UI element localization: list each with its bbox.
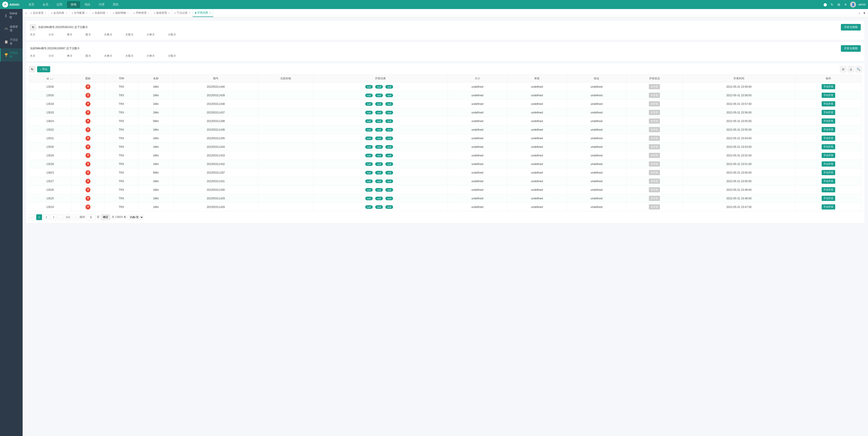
tab-config[interactable]: 分号配置 × xyxy=(69,9,90,17)
close-icon[interactable]: ✕ xyxy=(843,2,848,7)
cell-price xyxy=(258,117,313,126)
cell-result: null+null+null ... xyxy=(313,82,447,91)
manual-open-btn[interactable]: 手动开奖 xyxy=(822,178,835,184)
nav-system[interactable]: 系统 xyxy=(109,1,122,8)
tab-game-manage[interactable]: 游戏管理 × xyxy=(152,9,172,17)
manual-open-btn[interactable]: 手动开奖 xyxy=(822,127,835,132)
tab-home[interactable]: 后台首页 × xyxy=(28,9,49,17)
table-refresh-btn[interactable]: ↻ xyxy=(29,66,35,72)
sidebar-item-currency[interactable]: ₿ 币种管理 xyxy=(0,9,23,22)
tab-left-arrow[interactable]: ‹ xyxy=(24,11,28,15)
cell-time: 2022-05-31 23:49:00 xyxy=(683,186,796,194)
result-tag: null xyxy=(365,197,373,200)
cell-name: 1Min xyxy=(138,91,174,100)
manual-open-btn[interactable]: 手动开奖 xyxy=(822,196,835,201)
tab-close[interactable]: × xyxy=(210,11,211,14)
manual-open-btn[interactable]: 手动开奖 xyxy=(822,84,835,89)
cell-single-double: undefined xyxy=(507,82,567,91)
tag-separator: + xyxy=(383,171,385,174)
cell-id: 13526 xyxy=(29,186,71,194)
nav-member[interactable]: 会员 xyxy=(39,1,52,8)
sidebar-item-bet[interactable]: 📋 下注记录 xyxy=(0,35,23,48)
tab-currency[interactable]: 币种管理 × xyxy=(131,9,152,17)
refresh-1min-btn[interactable]: ↻ xyxy=(30,24,36,31)
refresh-icon[interactable]: ↻ xyxy=(830,2,834,7)
tab-bet-record[interactable]: 下注记录 × xyxy=(172,9,193,17)
cell-action: 手动开奖 xyxy=(796,160,862,168)
cell-big-small: undefined xyxy=(447,108,507,117)
tab-close[interactable]: × xyxy=(107,12,108,14)
status-btn: 未开奖 xyxy=(649,178,660,184)
page-btn-1[interactable]: 1 xyxy=(36,214,42,220)
cell-status: 未开奖 xyxy=(626,82,683,91)
tab-close[interactable]: × xyxy=(168,12,169,14)
cell-name: 1Min xyxy=(138,143,174,151)
nav-home[interactable]: 首页 xyxy=(25,1,38,8)
table-row: 13528₮TRX1Min202205311432null+null+null … xyxy=(29,160,862,168)
nav-address[interactable]: 地址 xyxy=(81,1,94,8)
manual-open-btn[interactable]: 手动开奖 xyxy=(822,161,835,167)
nav-operation[interactable]: 运营 xyxy=(53,1,66,8)
page-btn-922[interactable]: 922 xyxy=(65,214,71,220)
export-icon: ↓ xyxy=(40,68,41,71)
tag-ellipsis: ... xyxy=(394,120,396,123)
manual-open-btn[interactable]: 手动开奖 xyxy=(822,93,835,98)
page-jump-input[interactable] xyxy=(86,214,95,220)
cell-coin: TRX xyxy=(105,160,138,168)
cell-result: null+null+null ... xyxy=(313,91,447,100)
manual-open-btn[interactable]: 手动开奖 xyxy=(822,170,835,175)
toolbar-right: ⊞ 🖨 🔍 xyxy=(840,66,862,72)
username: admin xyxy=(858,3,866,6)
prev-page-btn[interactable]: ‹ xyxy=(29,214,35,220)
next-page-btn[interactable]: › xyxy=(72,214,78,220)
tab-transfer[interactable]: 划转明细 × xyxy=(111,9,131,17)
tab-close[interactable]: × xyxy=(86,12,88,14)
tab-recharge[interactable]: 充值列表 × xyxy=(90,9,111,17)
grid-icon[interactable]: ⊞ xyxy=(837,2,841,7)
tab-down-arrow[interactable]: ▾ xyxy=(862,11,867,15)
tab-close[interactable]: × xyxy=(127,12,129,14)
column-settings-btn[interactable]: ⊞ xyxy=(840,66,846,72)
manual-open-btn[interactable]: 手动开奖 xyxy=(822,204,835,209)
page-btn-3[interactable]: 3 xyxy=(51,214,57,220)
page-confirm-btn[interactable]: 确定 xyxy=(101,214,111,220)
result-tag: null xyxy=(365,102,373,106)
manual-open-btn[interactable]: 手动开奖 xyxy=(822,110,835,115)
tab-right-arrow[interactable]: › xyxy=(857,11,862,15)
cell-name: 1Min xyxy=(138,151,174,160)
result-tag: null xyxy=(375,197,383,200)
cell-id: 13534 xyxy=(29,100,71,108)
tab-close[interactable]: × xyxy=(45,12,46,14)
tab-close[interactable]: × xyxy=(66,12,67,14)
col-id[interactable]: id ▲▼ xyxy=(29,75,71,82)
cell-icon: ₮ xyxy=(71,168,104,177)
table-row: 13525₮TRX1Min202205311429null+null+null … xyxy=(29,194,862,203)
nav-game[interactable]: 游戏 xyxy=(67,1,80,8)
export-btn[interactable]: ↓ 导出 xyxy=(37,66,50,72)
page-size-select[interactable]: 15条/页 20条/页 50条/页 xyxy=(128,215,144,220)
manual-open-btn[interactable]: 手动开奖 xyxy=(822,101,835,106)
tab-lottery-result[interactable]: 开奖结果 × xyxy=(193,9,213,17)
result-tag: null xyxy=(375,85,383,89)
cell-action: 手动开奖 xyxy=(796,108,862,117)
tab-member[interactable]: 会员列表 × xyxy=(49,9,69,17)
open-5min-btn[interactable]: 开奖当期期 xyxy=(841,45,861,52)
manual-open-btn[interactable]: 手动开奖 xyxy=(822,119,835,124)
manual-open-btn[interactable]: 手动开奖 xyxy=(822,187,835,192)
page-btn-2[interactable]: 2 xyxy=(43,214,49,220)
tag-separator: + xyxy=(373,137,375,139)
manual-open-btn[interactable]: 手动开奖 xyxy=(822,153,835,158)
manual-open-btn[interactable]: 手动开奖 xyxy=(822,136,835,141)
sidebar-item-lottery[interactable]: 🏆 开奖结果 xyxy=(0,48,23,62)
open-1min-btn[interactable]: 开奖当期期 xyxy=(841,24,861,31)
cell-period: 202205311287 xyxy=(174,168,258,177)
cell-icon: ₮ xyxy=(71,117,104,126)
search-btn[interactable]: 🔍 xyxy=(855,66,862,72)
tab-close[interactable]: × xyxy=(189,12,190,14)
print-btn[interactable]: 🖨 xyxy=(848,66,854,72)
tab-close[interactable]: × xyxy=(148,12,149,14)
nav-agent[interactable]: 代理 xyxy=(95,1,108,8)
dot-icon[interactable]: ⬤ xyxy=(823,2,828,7)
sidebar-item-game[interactable]: 🎮 游戏管理 xyxy=(0,22,23,35)
manual-open-btn[interactable]: 手动开奖 xyxy=(822,144,835,149)
